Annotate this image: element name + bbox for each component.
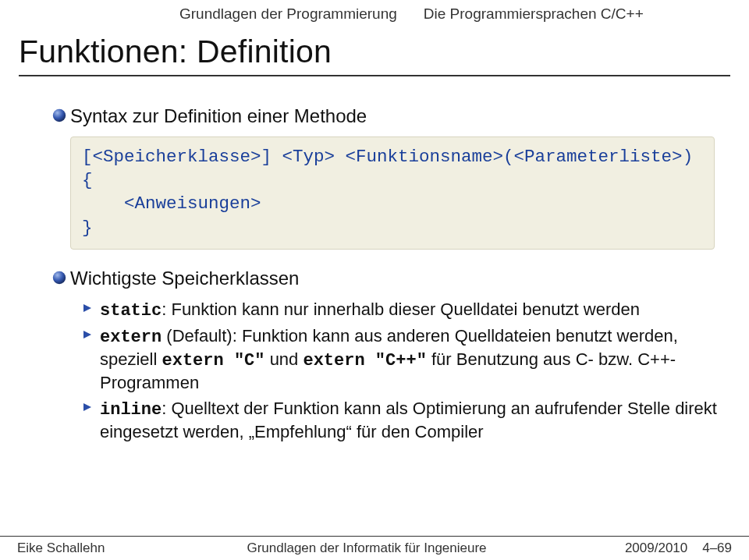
bullet-text: Wichtigste Speicherklassen xyxy=(70,267,721,291)
bullet-item: Syntax zur Definition einer Methode xyxy=(48,105,721,129)
svg-marker-4 xyxy=(83,403,91,411)
bullet-ball-icon xyxy=(48,271,70,285)
sub-bullet-list: static: Funktion kann nur innerhalb dies… xyxy=(83,299,721,443)
sub-bullet-item: inline: Quelltext der Funktion kann als … xyxy=(83,398,721,443)
sub-bullet-item: static: Funktion kann nur innerhalb dies… xyxy=(83,299,721,322)
sub-bullet-text: inline: Quelltext der Funktion kann als … xyxy=(100,398,721,443)
footer-term: 2009/2010 xyxy=(625,541,687,555)
svg-marker-3 xyxy=(83,331,91,338)
triangle-right-icon xyxy=(83,402,100,412)
code-extern-c: extern "C" xyxy=(162,351,264,370)
footer-right: 2009/2010 4–69 xyxy=(568,541,732,556)
footer-title: Grundlagen der Informatik für Ingenieure xyxy=(165,541,568,556)
text-span: : Funktion kann nur innerhalb dieser Que… xyxy=(162,299,640,319)
slide: Grundlagen der Programmierung Die Progra… xyxy=(0,0,749,560)
footer-author: Eike Schallehn xyxy=(17,541,165,556)
page-title: Funktionen: Definition xyxy=(19,34,730,73)
text-span: : Quelltext der Funktion kann als Optimi… xyxy=(100,399,717,441)
breadcrumb-section: Grundlagen der Programmierung xyxy=(179,5,397,23)
bullet-ball-icon xyxy=(48,108,70,122)
triangle-right-icon xyxy=(83,330,100,339)
slide-body: Syntax zur Definition einer Methode [<Sp… xyxy=(0,76,749,443)
text-span: und xyxy=(265,349,304,369)
keyword-static: static xyxy=(100,301,162,321)
keyword-inline: inline xyxy=(100,400,162,420)
sub-bullet-text: static: Funktion kann nur innerhalb dies… xyxy=(100,299,721,322)
footer: Eike Schallehn Grundlagen der Informatik… xyxy=(0,537,749,560)
keyword-extern: extern xyxy=(100,328,162,347)
breadcrumb-subsection: Die Programmiersprachen C/C++ xyxy=(424,5,644,23)
code-extern-cpp: extern "C++" xyxy=(303,351,426,370)
footer-page: 4–69 xyxy=(702,541,732,555)
svg-point-0 xyxy=(53,109,66,122)
bullet-text: Syntax zur Definition einer Methode xyxy=(70,105,721,129)
svg-marker-2 xyxy=(83,304,91,312)
breadcrumb: Grundlagen der Programmierung Die Progra… xyxy=(0,0,749,26)
sub-bullet-text: extern (Default): Funktion kann aus ande… xyxy=(100,325,721,394)
triangle-right-icon xyxy=(83,303,100,313)
code-block: [<Speicherklasse>] <Typ> <Funktionsname>… xyxy=(70,136,715,250)
title-block: Funktionen: Definition xyxy=(0,26,749,76)
bullet-item: Wichtigste Speicherklassen xyxy=(48,267,721,291)
svg-point-1 xyxy=(53,271,66,284)
sub-bullet-item: extern (Default): Funktion kann aus ande… xyxy=(83,325,721,394)
